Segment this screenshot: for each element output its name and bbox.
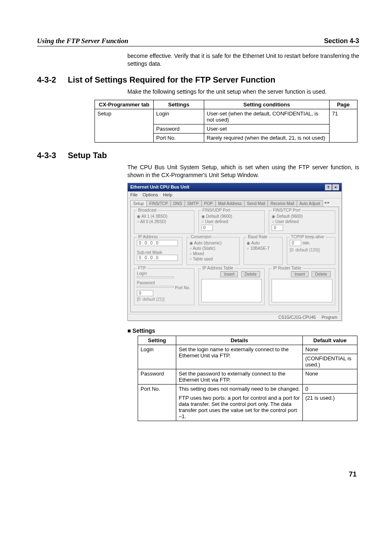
group-legend: Conversion [189, 235, 213, 239]
group-baud: Baud Rate Auto 10BASE-T [244, 237, 283, 265]
cell-setting: Password [154, 124, 204, 133]
tab-dns[interactable]: DNS [171, 200, 185, 207]
col-settings: Settings [154, 100, 204, 109]
tab-setup[interactable]: Setup [130, 200, 147, 207]
input-udp-port[interactable]: 0 [201, 225, 213, 231]
radio-userdef[interactable]: User defined [201, 219, 262, 224]
cell-cond: User-set (when the default, CONFIDENTIAL… [204, 109, 330, 124]
radio-auto-dynamic[interactable]: Auto (dynamic) [189, 241, 237, 245]
radio-default[interactable]: Default (9600) [272, 214, 332, 219]
section-433-lead: The CPU Bus Unit System Setup, which is … [127, 164, 359, 179]
label-password: Password [137, 281, 191, 285]
carryover-paragraph: become effective. Verify that it is safe… [127, 52, 359, 68]
note-port: [0: default (21)] [137, 297, 191, 302]
menu-options[interactable]: Options [143, 192, 158, 197]
group-legend: Broadcast [137, 208, 158, 212]
tab-autoadjust[interactable]: Auto Adjust [297, 200, 323, 207]
input-tcp-port[interactable]: 0 [272, 225, 283, 231]
router-table-list[interactable] [272, 279, 332, 302]
group-conversion: Conversion Auto (dynamic) Auto (Static) … [187, 237, 240, 265]
radio-10baset[interactable]: 10BASE-T [247, 246, 280, 251]
table-row: Password Set the password to externally … [138, 369, 357, 385]
tab-mailaddress[interactable]: Mail Address [215, 200, 244, 207]
radio-mixed[interactable]: Mixed [189, 251, 237, 256]
ip-table-list[interactable] [201, 279, 262, 302]
menu-file[interactable]: File [130, 192, 138, 197]
menu-bar: File Options Help [128, 191, 341, 198]
group-legend: IP Router Table [272, 266, 302, 270]
insert-button[interactable]: Insert [220, 271, 238, 277]
cell-setting: Port No. [138, 385, 176, 421]
cell-tab: Setup [95, 109, 154, 142]
cell-default-21: (21 is used.) [303, 394, 357, 421]
group-keepalive: TCP/IP keep-alive 0 min. [0: default (12… [287, 237, 335, 265]
radio-all1[interactable]: All 1 (4.3BSD) [137, 214, 191, 219]
cell-details-a: This setting does not normally need to b… [176, 385, 303, 394]
group-ftp: FTP Login Password Port No. 0 [0: defaul… [134, 268, 194, 305]
cell-default: None [303, 369, 357, 385]
input-subnet[interactable]: 0 . 0 . 0 . 0 [137, 255, 178, 261]
group-legend: TCP/IP keep-alive [290, 235, 325, 239]
group-legend: FTP [137, 266, 147, 270]
radio-auto[interactable]: Auto [247, 241, 280, 245]
radio-default[interactable]: Default (9600) [201, 214, 262, 219]
radio-userdef[interactable]: User defined [272, 219, 332, 224]
label-min: min. [302, 241, 310, 245]
close-icon[interactable]: × [332, 184, 339, 190]
cell-setting: Port No. [154, 133, 204, 142]
tab-scroll-arrows[interactable]: ◂ ▸ [324, 200, 330, 207]
cell-default-conf: (CONFIDENTIAL is used.) [303, 354, 357, 369]
tab-smtp[interactable]: SMTP [184, 200, 202, 207]
section-number: 4-3-3 [37, 151, 68, 160]
input-keepalive[interactable]: 0 [290, 240, 301, 246]
table-row: Login Set the login name to externally c… [138, 345, 357, 354]
cell-details-b: FTP uses two ports: a port for control a… [176, 394, 303, 421]
col-default: Default value [303, 336, 357, 345]
section-432-lead: Make the following settings for the unit… [127, 88, 359, 96]
section-title: List of Settings Required for the FTP Se… [68, 75, 275, 85]
insert-button[interactable]: Insert [291, 271, 309, 277]
col-page: Page [330, 100, 357, 109]
input-portno[interactable]: 0 [137, 290, 153, 296]
group-legend: Baud Rate [247, 235, 268, 239]
col-details: Details [176, 336, 303, 345]
delete-button[interactable]: Delete [311, 271, 331, 277]
section-number: 4-3-2 [37, 75, 68, 85]
radio-table-used[interactable]: Table used [189, 257, 237, 261]
note-keepalive: [0: default (120)] [290, 248, 332, 252]
radio-auto-static[interactable]: Auto (Static) [189, 246, 237, 251]
group-ipaddress: IP Address 0 . 0 . 0 . 0 Sub-net Mask 0 … [134, 237, 182, 265]
tab-pop[interactable]: POP [201, 200, 216, 207]
group-legend: IP Address Table [201, 266, 235, 270]
unit-setup-window: Ethernet Unit CPU Bus Unit ? × File Opti… [127, 183, 342, 321]
delete-button[interactable]: Delete [241, 271, 261, 277]
running-head-left: Using the FTP Server Function [37, 37, 128, 45]
tab-sendmail[interactable]: Send Mail [244, 200, 268, 207]
table-row: Port No. This setting does not normally … [138, 385, 357, 394]
status-model: CS1G/CJ1G-CPU45 [279, 315, 316, 320]
group-fins-tcp: FINS/TCP Port Default (9600) User define… [269, 210, 335, 234]
input-password[interactable] [137, 286, 174, 288]
tab-receivemail[interactable]: Receive Mail [267, 200, 297, 207]
group-router-table: IP Router Table Insert Delete [269, 268, 335, 305]
group-legend: IP Address [137, 235, 159, 239]
cell-default-0: 0 [303, 385, 357, 394]
input-ip[interactable]: 0 . 0 . 0 . 0 [137, 240, 178, 246]
cell-default-none: None [303, 345, 357, 354]
label-subnet: Sub-net Mask [137, 250, 180, 255]
input-login[interactable] [137, 276, 174, 278]
label-portno: Port No. [175, 286, 190, 290]
help-icon[interactable]: ? [325, 184, 332, 190]
cell-setting: Login [154, 109, 204, 124]
settings-block-heading: Settings [127, 327, 359, 334]
tab-finstcp[interactable]: FINS/TCP [146, 200, 171, 207]
col-setting: Setting [138, 336, 176, 345]
section-heading-432: 4-3-2 List of Settings Required for the … [37, 75, 359, 85]
table-row: Setup Login User-set (when the default, … [95, 109, 357, 124]
menu-help[interactable]: Help [163, 192, 173, 197]
radio-all0[interactable]: All 0 (4.2BSD) [137, 219, 191, 224]
group-legend: FINS/TCP Port [272, 208, 302, 212]
label-login: Login [137, 271, 191, 276]
cell-cond: Rarely required (when the default, 21, i… [204, 133, 330, 142]
tab-strip: Setup FINS/TCP DNS SMTP POP Mail Address… [128, 198, 341, 207]
